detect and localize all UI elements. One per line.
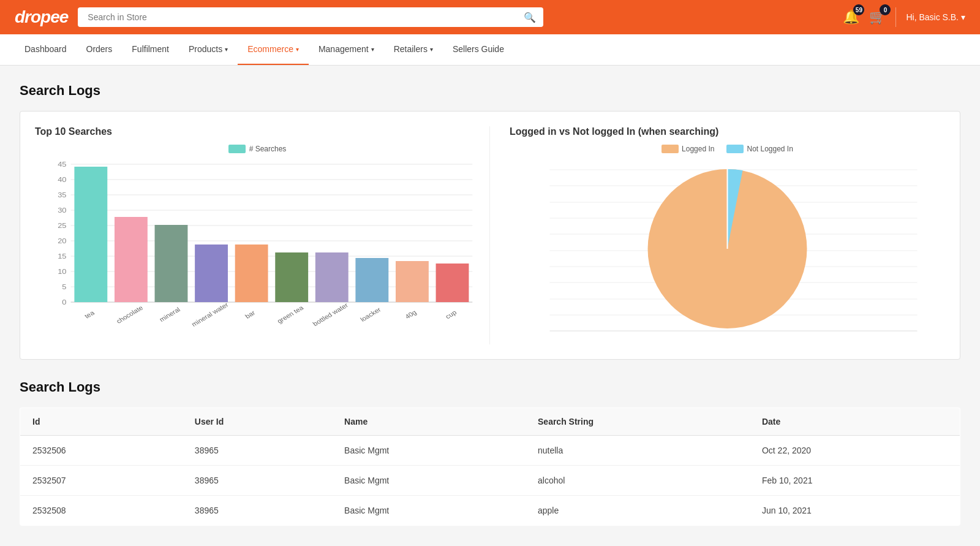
cell-user-id: 38965 xyxy=(183,466,332,496)
notifications-button[interactable]: 🔔 59 xyxy=(843,9,859,25)
nav: Dashboard Orders Fulfilment Products ▾ E… xyxy=(0,34,980,66)
chevron-down-icon: ▾ xyxy=(961,12,965,22)
svg-rect-37 xyxy=(396,261,429,302)
table-section: Search Logs Id User Id Name Search Strin… xyxy=(20,379,960,526)
cell-id: 2532506 xyxy=(20,436,183,466)
col-header-id: Id xyxy=(20,408,183,436)
svg-text:45: 45 xyxy=(58,161,67,169)
svg-rect-31 xyxy=(275,252,308,302)
pie-chart-title: Logged in vs Not logged In (when searchi… xyxy=(510,126,945,137)
user-menu[interactable]: Hi, Basic S.B. ▾ xyxy=(906,12,965,22)
svg-rect-21 xyxy=(74,167,107,302)
svg-text:green tea: green tea xyxy=(276,304,306,325)
cell-user-id: 38965 xyxy=(183,436,332,466)
notifications-badge: 59 xyxy=(853,4,864,15)
nav-item-sellers-guide[interactable]: Sellers Guide xyxy=(443,34,514,65)
svg-text:chocolate: chocolate xyxy=(115,304,144,325)
bar-legend-color xyxy=(228,145,246,153)
cell-search-string: alcohol xyxy=(526,466,750,496)
bar-chart-container: # Searches xyxy=(35,145,480,332)
cell-name: Basic Mgmt xyxy=(332,436,526,466)
table-row: 2532507 38965 Basic Mgmt alcohol Feb 10,… xyxy=(20,466,960,496)
bar-legend-label: # Searches xyxy=(249,145,287,153)
svg-rect-25 xyxy=(155,225,188,302)
table-title: Search Logs xyxy=(20,379,960,395)
header-right: 🔔 59 🛒 0 Hi, Basic S.B. ▾ xyxy=(843,7,965,27)
svg-rect-35 xyxy=(355,258,388,302)
nav-item-products[interactable]: Products ▾ xyxy=(179,34,238,65)
svg-rect-33 xyxy=(315,252,349,302)
svg-rect-23 xyxy=(115,217,148,302)
cart-badge: 0 xyxy=(880,4,891,15)
retailers-chevron-icon: ▾ xyxy=(430,46,433,53)
nav-item-orders[interactable]: Orders xyxy=(77,34,123,65)
svg-rect-39 xyxy=(436,264,469,302)
svg-rect-29 xyxy=(235,245,268,302)
nav-item-management[interactable]: Management ▾ xyxy=(309,34,384,65)
col-header-search-string: Search String xyxy=(526,408,750,436)
cell-name: Basic Mgmt xyxy=(332,496,526,526)
logo[interactable]: dropee xyxy=(15,7,68,27)
pie-chart-svg: 0 0.1 0.2 0.3 0.4 0.5 0.6 0.7 0.8 0.9 1.… xyxy=(510,158,945,342)
management-chevron-icon: ▾ xyxy=(371,46,374,53)
bar-chart-legend: # Searches xyxy=(35,145,480,153)
charts-card: Top 10 Searches # Searches xyxy=(20,111,960,360)
svg-rect-27 xyxy=(195,245,228,302)
nav-item-ecommerce[interactable]: Ecommerce ▾ xyxy=(238,34,309,65)
svg-text:40: 40 xyxy=(58,176,67,184)
cell-id: 2532507 xyxy=(20,466,183,496)
cart-button[interactable]: 🛒 0 xyxy=(869,9,886,25)
table-row: 2532508 38965 Basic Mgmt apple Jun 10, 2… xyxy=(20,496,960,526)
svg-text:15: 15 xyxy=(58,252,67,260)
cell-id: 2532508 xyxy=(20,496,183,526)
search-input[interactable] xyxy=(78,7,543,27)
not-logged-in-label: Not Logged In xyxy=(747,145,793,153)
search-icon: 🔍 xyxy=(524,12,536,23)
col-header-date: Date xyxy=(750,408,960,436)
svg-text:loacker: loacker xyxy=(359,306,383,323)
nav-item-fulfilment[interactable]: Fulfilment xyxy=(122,34,179,65)
header: dropee 🔍 🔔 59 🛒 0 Hi, Basic S.B. ▾ xyxy=(0,0,980,34)
nav-item-dashboard[interactable]: Dashboard xyxy=(15,34,77,65)
search-logs-title: Search Logs xyxy=(20,83,960,99)
svg-text:mineral water: mineral water xyxy=(190,301,230,328)
cell-search-string: apple xyxy=(526,496,750,526)
not-logged-in-color xyxy=(726,145,744,153)
ecommerce-chevron-icon: ▾ xyxy=(296,46,299,53)
svg-text:30: 30 xyxy=(58,207,67,214)
bar-chart-title: Top 10 Searches xyxy=(35,126,480,137)
svg-text:25: 25 xyxy=(58,222,67,230)
products-chevron-icon: ▾ xyxy=(225,46,228,53)
user-greeting-text: Hi, Basic S.B. xyxy=(906,12,959,22)
table-row: 2532506 38965 Basic Mgmt nutella Oct 22,… xyxy=(20,436,960,466)
cell-date: Feb 10, 2021 xyxy=(750,466,960,496)
bar-chart-svg: 0 5 10 15 20 25 30 35 40 45 tea xyxy=(35,158,480,330)
svg-text:40g: 40g xyxy=(404,309,418,320)
search-bar: 🔍 xyxy=(78,7,543,27)
svg-text:cup: cup xyxy=(444,309,458,320)
pie-legend-not-logged-in: Not Logged In xyxy=(726,145,793,153)
logged-in-label: Logged In xyxy=(682,145,714,153)
search-logs-table: Id User Id Name Search String Date 25325… xyxy=(20,408,960,526)
svg-text:bottled water: bottled water xyxy=(311,301,350,327)
svg-text:20: 20 xyxy=(58,237,67,245)
col-header-user-id: User Id xyxy=(183,408,332,436)
page-content: Search Logs Top 10 Searches # Searches xyxy=(0,66,980,543)
cell-search-string: nutella xyxy=(526,436,750,466)
svg-text:35: 35 xyxy=(58,191,67,199)
svg-text:0: 0 xyxy=(62,298,67,306)
header-divider xyxy=(895,7,896,27)
col-header-name: Name xyxy=(332,408,526,436)
cell-date: Oct 22, 2020 xyxy=(750,436,960,466)
pie-chart-section: Logged in vs Not logged In (when searchi… xyxy=(490,126,945,344)
pie-chart-legend: Logged In Not Logged In xyxy=(510,145,945,153)
logged-in-color xyxy=(662,145,679,153)
bar-chart-section: Top 10 Searches # Searches xyxy=(35,126,490,344)
charts-row: Top 10 Searches # Searches xyxy=(35,126,945,344)
cell-user-id: 38965 xyxy=(183,496,332,526)
nav-item-retailers[interactable]: Retailers ▾ xyxy=(384,34,443,65)
table-body: 2532506 38965 Basic Mgmt nutella Oct 22,… xyxy=(20,436,960,526)
cell-date: Jun 10, 2021 xyxy=(750,496,960,526)
svg-text:mineral: mineral xyxy=(158,306,182,323)
svg-text:5: 5 xyxy=(62,283,67,291)
